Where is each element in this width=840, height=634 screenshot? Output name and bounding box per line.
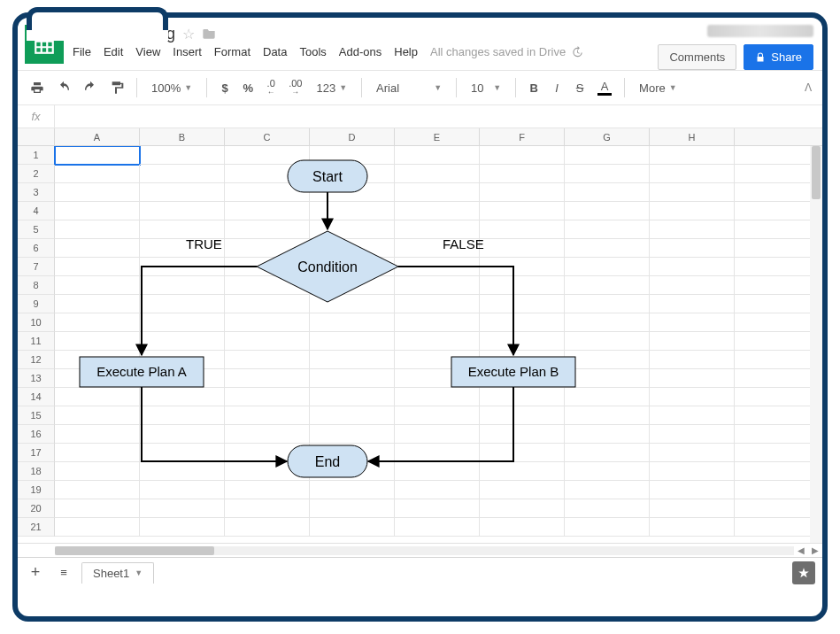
account-email[interactable]: [707, 25, 813, 37]
horizontal-scrollbar[interactable]: ◀ ▶: [18, 543, 822, 557]
cell[interactable]: [650, 481, 735, 499]
sheet-tab[interactable]: Sheet1 ▼: [81, 562, 154, 584]
strikethrough-button[interactable]: S: [569, 75, 590, 100]
menu-edit[interactable]: Edit: [104, 45, 123, 58]
hscroll-thumb[interactable]: [55, 546, 214, 555]
row-header[interactable]: 11: [18, 332, 55, 351]
decrease-decimals-button[interactable]: .0←: [260, 75, 281, 100]
col-header[interactable]: A: [55, 128, 140, 145]
cell[interactable]: [650, 276, 735, 295]
caret-icon[interactable]: ▼: [135, 568, 143, 577]
col-header[interactable]: C: [225, 128, 310, 145]
italic-button[interactable]: I: [546, 75, 567, 100]
history-icon[interactable]: [571, 46, 583, 58]
hscroll-track[interactable]: [55, 546, 794, 555]
currency-button[interactable]: $: [214, 75, 235, 100]
row-header[interactable]: 6: [18, 239, 55, 258]
text-color-button[interactable]: A: [592, 75, 617, 100]
cell[interactable]: [650, 351, 735, 369]
cell[interactable]: [650, 425, 735, 444]
row-header[interactable]: 10: [18, 313, 55, 332]
font-dropdown[interactable]: Arial▼: [369, 75, 449, 100]
cell[interactable]: [650, 462, 735, 481]
vscroll-thumb[interactable]: [812, 146, 821, 199]
scroll-right-icon[interactable]: ▶: [808, 545, 822, 555]
col-header[interactable]: B: [140, 128, 225, 145]
row-header[interactable]: 4: [18, 202, 55, 220]
row-header[interactable]: 8: [18, 276, 55, 295]
add-sheet-button[interactable]: +: [25, 561, 46, 585]
row-header[interactable]: 2: [18, 165, 55, 183]
share-button[interactable]: Share: [744, 44, 813, 70]
menu-data[interactable]: Data: [263, 45, 287, 58]
scroll-left-icon[interactable]: ◀: [794, 545, 808, 555]
cell[interactable]: [650, 332, 735, 351]
select-all-corner[interactable]: [18, 128, 55, 145]
cell[interactable]: [650, 313, 735, 332]
col-header[interactable]: H: [650, 128, 735, 145]
row-header[interactable]: 15: [18, 406, 55, 425]
print-button[interactable]: [25, 75, 50, 100]
folder-icon[interactable]: [202, 27, 216, 43]
paint-format-button[interactable]: [104, 75, 129, 100]
row-header[interactable]: 20: [18, 499, 55, 518]
flowchart-drawing[interactable]: Start Condition TRUE FALSE Execute Plan …: [62, 153, 628, 525]
explore-button[interactable]: [792, 561, 815, 584]
all-sheets-button[interactable]: ≡: [53, 561, 74, 585]
cell[interactable]: [650, 444, 735, 462]
col-header-extra[interactable]: [735, 128, 822, 145]
row-header[interactable]: 3: [18, 183, 55, 202]
cell[interactable]: [650, 165, 735, 183]
cell[interactable]: [650, 388, 735, 406]
cell[interactable]: [650, 295, 735, 313]
grid[interactable]: A B C D E F G H 123456789101112131415161…: [18, 128, 822, 543]
font-size-dropdown[interactable]: 10▼: [464, 75, 508, 100]
cell[interactable]: [650, 239, 735, 258]
bold-button[interactable]: B: [523, 75, 544, 100]
menu-tools[interactable]: Tools: [299, 45, 326, 58]
col-header[interactable]: D: [310, 128, 395, 145]
cell[interactable]: [650, 258, 735, 276]
menu-format[interactable]: Format: [214, 45, 250, 58]
cell[interactable]: [650, 406, 735, 425]
menu-help[interactable]: Help: [394, 45, 418, 58]
vertical-scrollbar[interactable]: [810, 146, 822, 543]
cell[interactable]: [650, 499, 735, 518]
redo-button[interactable]: [78, 75, 103, 100]
menu-file[interactable]: File: [73, 45, 91, 58]
cell[interactable]: [650, 183, 735, 202]
row-header[interactable]: 7: [18, 258, 55, 276]
row-header[interactable]: 1: [18, 146, 55, 165]
increase-decimals-button[interactable]: .00→: [283, 75, 307, 100]
comments-button[interactable]: Comments: [658, 44, 736, 70]
row-header[interactable]: 17: [18, 444, 55, 462]
col-header[interactable]: F: [480, 128, 565, 145]
menu-addons[interactable]: Add-ons: [339, 45, 381, 58]
star-icon[interactable]: ☆: [182, 26, 195, 43]
row-header[interactable]: 18: [18, 462, 55, 481]
row-header[interactable]: 5: [18, 220, 55, 239]
zoom-dropdown[interactable]: 100%▼: [144, 75, 199, 100]
row-header[interactable]: 21: [18, 518, 55, 537]
number-format-dropdown[interactable]: 123▼: [309, 75, 354, 100]
formula-input[interactable]: [55, 105, 822, 128]
row-header[interactable]: 13: [18, 369, 55, 388]
menu-view[interactable]: View: [135, 45, 160, 58]
row-header[interactable]: 16: [18, 425, 55, 444]
undo-button[interactable]: [51, 75, 76, 100]
row-header[interactable]: 12: [18, 351, 55, 369]
row-header[interactable]: 14: [18, 388, 55, 406]
percent-button[interactable]: %: [237, 75, 258, 100]
row-header[interactable]: 9: [18, 295, 55, 313]
fx-label[interactable]: fx: [18, 105, 55, 128]
cell[interactable]: [650, 220, 735, 239]
col-header[interactable]: E: [395, 128, 480, 145]
cell[interactable]: [650, 518, 735, 537]
menu-insert[interactable]: Insert: [173, 45, 202, 58]
cell[interactable]: [650, 369, 735, 388]
more-toolbar-dropdown[interactable]: More▼: [632, 75, 684, 100]
row-header[interactable]: 19: [18, 481, 55, 499]
collapse-toolbar-icon[interactable]: ᐱ: [805, 81, 812, 94]
cell[interactable]: [650, 146, 735, 165]
col-header[interactable]: G: [565, 128, 650, 145]
